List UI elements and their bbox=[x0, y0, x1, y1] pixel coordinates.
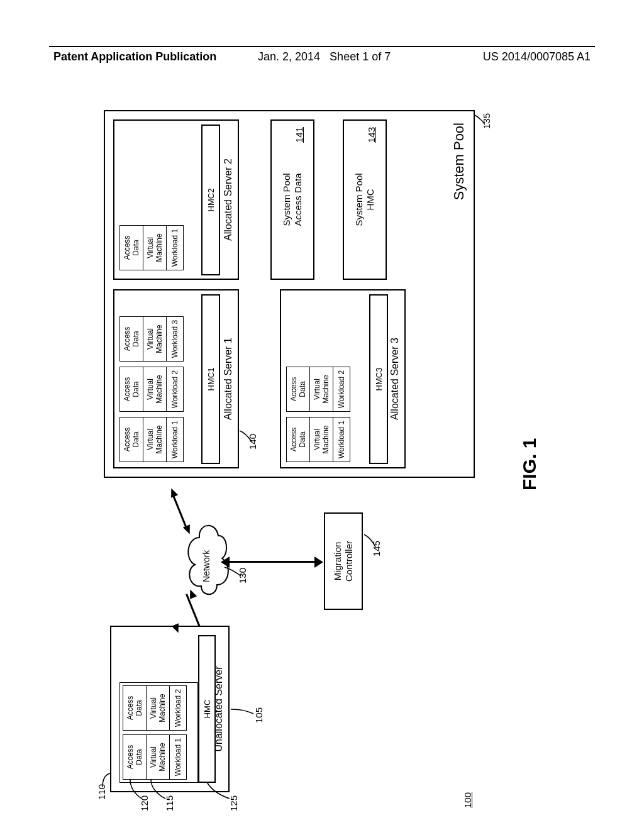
header-pubnum: US 2014/0007085 A1 bbox=[483, 50, 591, 64]
workload-stack-a1-1: Access Data Virtual Machine Workload 1 bbox=[119, 417, 184, 462]
system-pool-hmc-label-l1: System Pool bbox=[353, 173, 364, 226]
workload-stack-u1: Access Data Virtual Machine Workload 1 bbox=[123, 734, 187, 780]
workload-3-cell: Workload 3 bbox=[166, 316, 184, 362]
ref-140: 140 bbox=[247, 434, 258, 450]
figure-1: 100 Unallocated Server Access Data Virtu… bbox=[0, 216, 644, 702]
access-data-cell: Access Data bbox=[119, 367, 143, 412]
virtual-machine-cell: Virtual Machine bbox=[146, 685, 169, 731]
workload-stack-u2: Access Data Virtual Machine Workload 2 bbox=[123, 685, 187, 731]
system-pool-hmc-box: System Pool HMC 143 bbox=[343, 119, 387, 280]
virtual-machine-cell: Virtual Machine bbox=[143, 225, 166, 270]
figure-canvas: 100 Unallocated Server Access Data Virtu… bbox=[85, 101, 572, 817]
ref-130: 130 bbox=[237, 568, 248, 584]
arrow-head-right bbox=[168, 487, 178, 497]
workload-stack-a3-1: Access Data Virtual Machine Workload 1 bbox=[286, 417, 350, 462]
access-data-cell: Access Data bbox=[123, 685, 146, 731]
header-rule-top bbox=[49, 46, 595, 47]
workload-2-cell: Workload 2 bbox=[166, 367, 184, 412]
workload-2-cell: Workload 2 bbox=[333, 367, 350, 412]
ref-141: 141 bbox=[294, 127, 305, 143]
migration-controller-label-1: Migration bbox=[332, 542, 343, 581]
hmc3-box: HMC3 bbox=[369, 294, 388, 464]
header-sheet: Sheet 1 of 7 bbox=[330, 50, 391, 63]
workload-stack-a2-1: Access Data Virtual Machine Workload 1 bbox=[119, 225, 184, 270]
access-data-cell: Access Data bbox=[286, 417, 309, 462]
hmc2-box: HMC2 bbox=[201, 124, 220, 275]
workload-stack-a1-2: Access Data Virtual Machine Workload 2 bbox=[119, 367, 184, 412]
workload-stack-a3-2: Access Data Virtual Machine Workload 2 bbox=[286, 367, 350, 412]
header-publication: Patent Application Publication bbox=[53, 50, 216, 64]
ref-100: 100 bbox=[462, 792, 473, 808]
hmc1-box: HMC1 bbox=[201, 294, 220, 464]
arrow-head-up bbox=[221, 556, 230, 568]
workload-stack-a1-3: Access Data Virtual Machine Workload 3 bbox=[119, 316, 184, 362]
arrow-cloud-down bbox=[248, 562, 318, 563]
hmc2-label: HMC2 bbox=[206, 189, 216, 212]
migration-controller-box: Migration Controller bbox=[324, 512, 363, 610]
virtual-machine-cell: Virtual Machine bbox=[143, 417, 166, 462]
hmc-label: HMC bbox=[203, 700, 212, 719]
migration-controller-label-2: Controller bbox=[343, 541, 354, 582]
virtual-machine-cell: Virtual Machine bbox=[309, 417, 333, 462]
ref-105: 105 bbox=[253, 707, 264, 723]
system-pool-label: System Pool bbox=[451, 123, 467, 201]
virtual-machine-cell: Virtual Machine bbox=[146, 734, 169, 780]
system-pool-access-data-box: System Pool Access Data 141 bbox=[270, 119, 314, 280]
network-label: Network bbox=[201, 550, 211, 582]
ref-135: 135 bbox=[481, 113, 492, 129]
ref-115: 115 bbox=[164, 795, 175, 811]
access-data-cell: Access Data bbox=[119, 316, 143, 362]
access-data-cell: Access Data bbox=[119, 417, 143, 462]
ref-120: 120 bbox=[139, 795, 150, 811]
access-data-cell: Access Data bbox=[123, 734, 146, 780]
virtual-machine-cell: Virtual Machine bbox=[309, 367, 333, 412]
access-data-cell: Access Data bbox=[119, 225, 143, 270]
virtual-machine-cell: Virtual Machine bbox=[143, 316, 166, 362]
hmc-unallocated: HMC bbox=[198, 635, 216, 783]
hmc3-label: HMC3 bbox=[374, 368, 384, 391]
workload-1-cell: Workload 1 bbox=[333, 417, 350, 462]
allocated-server-1-label: Allocated Server 1 bbox=[223, 338, 234, 420]
system-pool-access-data-label-l1: System Pool bbox=[281, 173, 292, 226]
header-date: Jan. 2, 2014 bbox=[258, 50, 320, 63]
allocated-server-2-label: Allocated Server 2 bbox=[223, 158, 234, 241]
workload-1-cell: Workload 1 bbox=[166, 225, 184, 270]
system-pool-hmc-label-l2: HMC bbox=[365, 189, 375, 210]
header-date-sheet: Jan. 2, 2014 Sheet 1 of 7 bbox=[258, 50, 391, 64]
virtual-machine-cell: Virtual Machine bbox=[143, 367, 166, 412]
ref-110: 110 bbox=[96, 784, 107, 800]
allocated-server-3-label: Allocated Server 3 bbox=[389, 338, 401, 420]
figure-label: FIG. 1 bbox=[519, 438, 540, 490]
page: Patent Application Publication Jan. 2, 2… bbox=[0, 0, 644, 830]
ref-125: 125 bbox=[228, 795, 239, 811]
arrow-head-down bbox=[314, 556, 323, 568]
access-data-cell: Access Data bbox=[286, 367, 309, 412]
workload-1-cell: Workload 1 bbox=[166, 417, 184, 462]
hmc1-label: HMC1 bbox=[206, 368, 216, 391]
ref-143: 143 bbox=[366, 127, 377, 143]
system-pool-access-data-label-l2: Access Data bbox=[292, 173, 303, 226]
workload-1-cell: Workload 1 bbox=[169, 734, 187, 780]
workload-2-cell: Workload 2 bbox=[169, 685, 187, 731]
ref-145: 145 bbox=[371, 541, 382, 556]
